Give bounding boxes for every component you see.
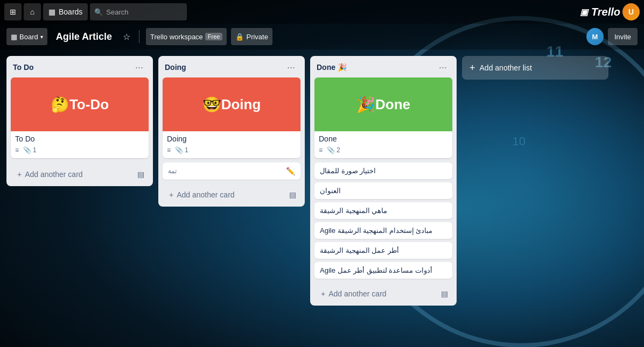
board-nav-left: ▦ Board ▾ Agile Article ☆ Trello workspa… [6,28,582,45]
trello-label: Trello [591,6,620,18]
boards-button[interactable]: ▦ Boards [43,3,88,20]
add-list-button[interactable]: + Add another list [462,56,608,80]
plus-icon: + [470,62,475,74]
list-done-menu-button[interactable]: ··· [436,61,450,73]
card-doing-1-attachment-count: 1 [185,146,188,154]
add-card-done-label: Add another card [328,289,386,298]
card-todo-1-emoji: 🤔 [51,96,69,114]
card-doing-1-cover: 🤓 Doing [163,77,300,131]
clip-icon: 📎 [175,146,183,154]
card-doing-1[interactable]: 🤓 Doing Doing ≡ 📎 1 [163,77,300,158]
list-done-cards: 🎉 Done Done ≡ 📎 2 اختيار صورة للمقال [310,77,457,282]
star-button[interactable]: ☆ [121,30,132,44]
edit-pencil-icon[interactable]: ✏️ [286,167,295,175]
card-doing-1-body: Doing ≡ 📎 1 [163,131,300,158]
workspace-label: Trello workspace [150,33,203,41]
divider [139,30,139,43]
list-doing-menu-button[interactable]: ··· [284,61,298,73]
list-doing-footer: + Add another card ▤ [158,183,305,207]
card-todo-1-cover-text: To-Do [69,96,109,113]
add-card-doing-button[interactable]: + Add another card [165,187,287,202]
card-doing-editing[interactable]: ✏️ تمة [163,162,300,180]
plus-icon: + [321,289,325,298]
board-icon: ▦ [48,8,55,16]
board-dropdown-icon: ▾ [40,34,43,40]
board-navigation: ▦ Board ▾ Agile Article ☆ Trello workspa… [0,24,644,49]
member-avatar[interactable]: M [586,28,604,45]
list-done-footer: + Add another card ▤ [310,282,457,306]
editing-card-label: تمة [168,167,177,175]
card-done-1-meta: ≡ 📎 2 [319,145,448,156]
list-done-title: Done 🎉 [317,63,347,72]
board-content: To Do ··· 🤔 To-Do To Do ≡ 📎 1 [0,49,644,347]
lock-icon: 🔒 [235,33,244,41]
card-done-1[interactable]: 🎉 Done Done ≡ 📎 2 [314,77,452,158]
card-done-simple-1[interactable]: اختيار صورة للمقال [314,162,452,179]
list-todo-footer: + Add another card ▤ [6,162,153,186]
plus-icon: + [17,170,22,179]
home-button[interactable]: ⌂ [24,3,41,20]
card-done-1-attachment-count: 2 [337,146,340,154]
invite-button[interactable]: Invite [608,28,638,45]
card-template-done-button[interactable]: ▤ [439,287,450,300]
card-todo-1-meta: ≡ 📎 1 [15,145,144,156]
card-done-simple-6[interactable]: أدوات مساعدة لتطبيق أطر عمل Agile [314,262,452,279]
free-badge: Free [205,33,223,40]
card-doing-1-title: Doing [167,134,296,143]
card-template-doing-button[interactable]: ▤ [287,188,298,201]
card-todo-1-description-icon: ≡ [15,146,19,154]
add-card-done-button[interactable]: + Add another card [317,286,439,301]
card-done-simple-3[interactable]: ماهي المنهجية الرشيقة [314,202,452,219]
card-done-1-attachment: 📎 2 [327,146,340,154]
card-doing-1-emoji: 🤓 [202,96,221,114]
card-doing-1-cover-text: Doing [221,96,261,113]
board-title[interactable]: Agile Article [52,29,116,45]
card-doing-1-meta: ≡ 📎 1 [167,145,296,156]
list-todo: To Do ··· 🤔 To-Do To Do ≡ 📎 1 [6,56,153,186]
trello-logo: ▣ Trello [580,6,620,18]
boards-label: Boards [59,8,82,16]
list-todo-add-row: + Add another card ▤ [11,167,149,182]
board-view-label: Board [19,33,38,41]
card-todo-1-attachment: 📎 1 [23,146,37,154]
trello-icon: ▣ [580,7,588,17]
plus-icon: + [169,190,173,199]
card-done-1-emoji: 🎉 [356,96,375,114]
list-todo-cards: 🤔 To-Do To Do ≡ 📎 1 [6,77,153,162]
clip-icon: 📎 [23,146,31,154]
board-view-icon: ▦ [11,33,17,41]
list-doing-cards: 🤓 Doing Doing ≡ 📎 1 ✏️ تم [158,77,305,183]
list-done: Done 🎉 ··· 🎉 Done Done ≡ 📎 2 [310,56,457,306]
private-button[interactable]: 🔒 Private [231,28,272,45]
list-doing-header: Doing ··· [158,56,305,77]
list-doing: Doing ··· 🤓 Doing Doing ≡ 📎 1 [158,56,305,207]
card-todo-1[interactable]: 🤔 To-Do To Do ≡ 📎 1 [11,77,149,158]
add-card-doing-label: Add another card [177,190,234,199]
card-template-todo-button[interactable]: ▤ [135,168,146,181]
add-card-todo-label: Add another card [25,170,82,179]
board-nav-right: M Invite [586,28,638,45]
card-done-simple-5[interactable]: أطر عمل المنهجية الرشيقة [314,242,452,259]
card-done-simple-2[interactable]: العنوان [314,182,452,199]
card-done-1-title: Done [319,134,448,143]
list-doing-title: Doing [165,63,186,72]
search-bar[interactable]: 🔍 [90,3,187,20]
card-todo-1-cover: 🤔 To-Do [11,77,149,131]
board-view-toggle[interactable]: ▦ Board ▾ [6,28,47,45]
add-card-todo-button[interactable]: + Add another card [13,167,135,182]
user-avatar[interactable]: U [622,3,640,20]
list-done-add-row: + Add another card ▤ [314,286,452,301]
card-doing-1-description-icon: ≡ [167,146,171,154]
list-doing-add-row: + Add another card ▤ [163,187,300,202]
workspace-button[interactable]: Trello workspace Free [146,28,227,45]
clip-icon: 📎 [327,146,335,154]
apps-button[interactable]: ⊞ [4,3,22,20]
private-label: Private [246,33,268,41]
card-done-1-body: Done ≡ 📎 2 [314,131,452,158]
search-input[interactable] [106,8,183,16]
add-list-label: Add another list [480,63,532,72]
card-done-simple-4[interactable]: مبادئ إستخدام المنهجية الرشيقة Agile [314,222,452,239]
card-done-1-cover: 🎉 Done [314,77,452,131]
search-icon: 🔍 [94,8,103,16]
list-todo-menu-button[interactable]: ··· [132,61,146,73]
